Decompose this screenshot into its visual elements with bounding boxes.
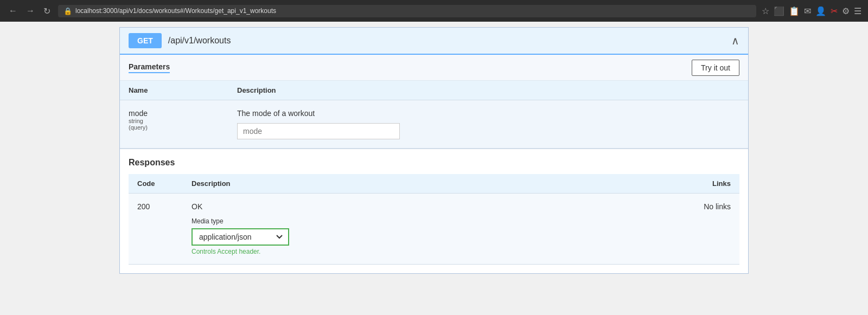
responses-section: Responses Code Description Links 200 OK … <box>120 149 748 273</box>
bookmark-icon[interactable]: ☆ <box>762 6 769 16</box>
method-badge: GET <box>129 33 162 48</box>
resp-col-links-header: Links <box>676 179 731 188</box>
params-header-row: Name Description <box>120 81 748 100</box>
refresh-button[interactable]: ↻ <box>41 4 53 18</box>
extension-icon-6[interactable]: ⚙ <box>842 6 850 16</box>
api-path: /api/v1/workouts <box>168 36 231 46</box>
tabs-area: Parameters Try it out <box>120 55 748 81</box>
api-header: GET /api/v1/workouts ∧ <box>120 28 748 55</box>
resp-no-links: No links <box>676 202 731 211</box>
forward-button[interactable]: → <box>24 4 37 18</box>
params-col-desc-header: Description <box>237 86 739 94</box>
responses-header: Code Description Links <box>129 174 739 194</box>
browser-nav-buttons: ← → ↻ <box>7 4 53 18</box>
extension-icon-7[interactable]: ☰ <box>854 6 861 16</box>
tab-parameters[interactable]: Parameters <box>129 62 170 73</box>
api-header-left: GET /api/v1/workouts <box>129 33 231 48</box>
param-location: (query) <box>129 124 237 131</box>
extension-icon-2[interactable]: 📋 <box>789 6 800 16</box>
param-type: string <box>129 118 237 124</box>
browser-chrome: ← → ↻ 🔒 localhost:3000/api/v1/docs/worko… <box>0 0 868 22</box>
extension-icon-3[interactable]: ✉ <box>804 6 811 16</box>
resp-col-code-header: Code <box>137 179 192 188</box>
page-content: GET /api/v1/workouts ∧ Parameters Try it… <box>0 22 868 274</box>
params-col-name-header: Name <box>129 86 237 94</box>
controls-accept-text: Controls Accept header. <box>192 248 676 255</box>
resp-desc-val: OK Media type application/json Controls … <box>192 202 676 255</box>
address-bar[interactable]: 🔒 localhost:3000/api/v1/docs/workouts#/W… <box>58 5 756 17</box>
resp-col-desc-header: Description <box>192 179 676 188</box>
parameters-section: Name Description mode string (query) The… <box>120 81 748 149</box>
extension-icon-1[interactable]: ⬛ <box>774 6 784 16</box>
param-desc-col: The mode of a workout <box>237 109 739 139</box>
resp-code-200: 200 <box>137 202 192 211</box>
param-name-col: mode string (query) <box>129 109 237 139</box>
media-type-select[interactable]: application/json <box>192 228 289 246</box>
param-description: The mode of a workout <box>237 109 739 118</box>
extension-icon-4[interactable]: 👤 <box>815 6 826 16</box>
resp-ok-text: OK <box>192 202 676 211</box>
response-row: 200 OK Media type application/json Contr… <box>129 194 739 265</box>
media-type-label: Media type <box>192 217 676 225</box>
browser-toolbar: ☆ ⬛ 📋 ✉ 👤 ✂ ⚙ ☰ <box>762 6 861 16</box>
collapse-button[interactable]: ∧ <box>731 34 739 47</box>
responses-title: Responses <box>129 158 739 168</box>
url-text: localhost:3000/api/v1/docs/workouts#/Wor… <box>75 7 276 15</box>
param-row: mode string (query) The mode of a workou… <box>120 100 748 149</box>
try-it-out-button[interactable]: Try it out <box>692 60 739 76</box>
responses-table: Code Description Links 200 OK Media type… <box>129 174 739 265</box>
extension-icon-5[interactable]: ✂ <box>831 6 838 16</box>
param-name: mode <box>129 109 148 118</box>
api-section: GET /api/v1/workouts ∧ Parameters Try it… <box>119 27 749 274</box>
param-mode-input[interactable] <box>237 123 400 139</box>
back-button[interactable]: ← <box>7 4 20 18</box>
